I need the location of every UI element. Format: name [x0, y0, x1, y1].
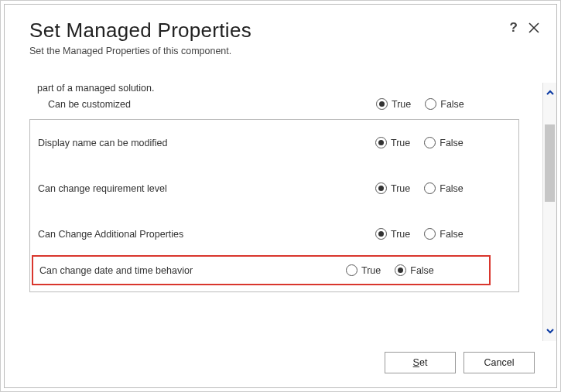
radio-label: True	[361, 265, 381, 276]
radio-icon	[424, 137, 436, 148]
radio-label: True	[391, 229, 410, 240]
radio-label: False	[440, 99, 464, 110]
radio-icon	[375, 182, 387, 194]
set-button[interactable]: Set	[385, 352, 456, 373]
row-datetime-behavior: Can change date and time behavior True F…	[39, 264, 481, 276]
radio-icon	[395, 264, 406, 276]
set-button-accel: S	[413, 357, 419, 368]
scroll-thumb[interactable]	[545, 124, 555, 202]
label-datetime-behavior: Can change date and time behavior	[39, 265, 346, 276]
close-icon[interactable]	[529, 22, 539, 33]
label-can-be-customized: Can be customized	[48, 99, 376, 110]
truncated-description: part of a managed solution.	[37, 83, 519, 94]
radio-additional-props-true[interactable]: True	[375, 228, 410, 240]
label-display-name: Display name can be modified	[38, 138, 375, 148]
radio-label: False	[440, 138, 464, 148]
highlight-box: Can change date and time behavior True F…	[32, 255, 491, 285]
radio-icon	[424, 228, 436, 240]
radio-icon	[424, 182, 436, 194]
row-display-name: Display name can be modified True False	[30, 120, 518, 165]
dialog-header: Set Managed Properties Set the Managed P…	[5, 5, 556, 61]
radio-icon	[376, 98, 388, 110]
scroll-body: part of a managed solution. Can be custo…	[29, 83, 519, 341]
radio-label: True	[391, 138, 410, 148]
radio-label: False	[440, 229, 464, 240]
radio-datetime-behavior-true[interactable]: True	[346, 264, 381, 276]
radio-display-name-false[interactable]: False	[424, 137, 464, 148]
radio-icon	[346, 264, 357, 276]
radio-group-can-be-customized: True False	[376, 98, 511, 110]
label-additional-props: Can Change Additional Properties	[38, 229, 375, 240]
sub-properties-box: Display name can be modified True False	[29, 119, 519, 292]
radio-icon	[375, 228, 387, 240]
content-area: part of a managed solution. Can be custo…	[5, 83, 556, 341]
header-controls: ?	[510, 20, 539, 36]
radio-group-datetime-behavior: True False	[346, 264, 481, 276]
row-requirement-level: Can change requirement level True False	[30, 165, 518, 211]
scroll-up-icon[interactable]	[543, 83, 556, 103]
radio-requirement-level-false[interactable]: False	[424, 182, 464, 194]
radio-label: True	[391, 183, 410, 194]
radio-display-name-true[interactable]: True	[375, 137, 410, 148]
radio-label: False	[410, 265, 434, 276]
cancel-button[interactable]: Cancel	[464, 352, 535, 373]
scroll-down-icon[interactable]	[543, 321, 556, 341]
radio-label: False	[440, 183, 464, 194]
radio-icon	[375, 137, 387, 148]
vertical-scrollbar[interactable]	[542, 83, 556, 341]
radio-can-be-customized-true[interactable]: True	[376, 98, 411, 110]
radio-group-display-name: True False	[375, 137, 511, 148]
radio-datetime-behavior-false[interactable]: False	[395, 264, 434, 276]
row-can-be-customized: Can be customized True False	[29, 94, 519, 118]
radio-group-requirement-level: True False	[375, 182, 511, 194]
radio-additional-props-false[interactable]: False	[424, 228, 464, 240]
row-additional-props: Can Change Additional Properties True Fa…	[30, 211, 518, 257]
label-requirement-level: Can change requirement level	[38, 183, 375, 194]
help-icon[interactable]: ?	[510, 20, 518, 36]
radio-group-additional-props: True False	[375, 228, 511, 240]
managed-properties-dialog: Set Managed Properties Set the Managed P…	[4, 4, 557, 388]
dialog-subtitle: Set the Managed Properties of this compo…	[29, 46, 535, 56]
radio-can-be-customized-false[interactable]: False	[425, 98, 464, 110]
radio-requirement-level-true[interactable]: True	[375, 182, 410, 194]
dialog-title: Set Managed Properties	[29, 19, 535, 43]
radio-label: True	[392, 99, 411, 110]
dialog-footer: Set Cancel	[5, 341, 556, 387]
set-button-rest: et	[419, 357, 427, 368]
radio-icon	[425, 98, 436, 110]
